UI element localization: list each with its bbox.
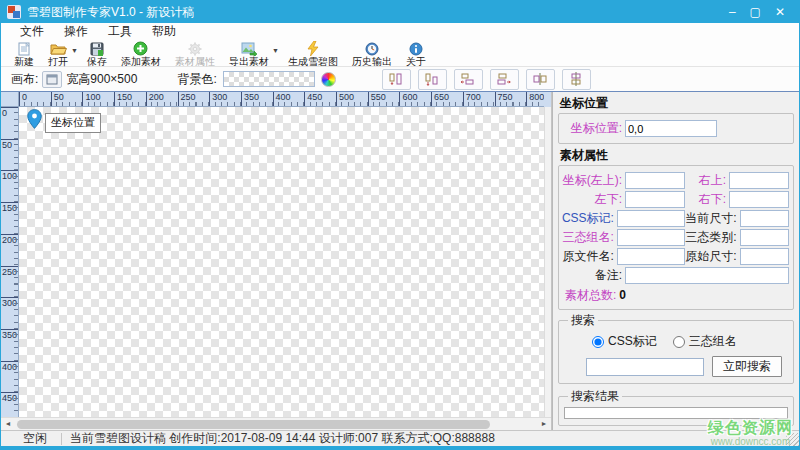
open-button[interactable]: 打开: [41, 41, 75, 67]
app-window: 雪碧图制作专家V1.0 - 新设计稿 – ▢ ✕ 文件 操作 工具 帮助 新建 …: [0, 0, 800, 450]
v-ruler-tick: 0: [1, 107, 19, 118]
save-button[interactable]: 保存: [80, 41, 114, 67]
h-ruler-tick: 0: [19, 92, 27, 107]
h-ruler-tick: 600: [399, 92, 417, 107]
generate-sprite-button[interactable]: 生成雪碧图: [281, 41, 345, 67]
align-left-button[interactable]: [454, 69, 483, 90]
history-output-button[interactable]: 历史输出: [345, 41, 399, 67]
h-ruler-tick: 100: [82, 92, 100, 107]
v-ruler-tick: 400: [1, 361, 19, 372]
info-icon: [409, 41, 423, 56]
history-output-button-label: 历史输出: [352, 56, 392, 67]
resize-grip[interactable]: [786, 433, 799, 446]
search-radio-tristate[interactable]: 三态组名: [673, 333, 737, 350]
v-distribute-button[interactable]: [562, 69, 591, 90]
orig-filename-input[interactable]: [617, 248, 685, 265]
origin-pin[interactable]: 坐标位置: [27, 109, 101, 133]
canvas-size-text: 宽高900×500: [66, 71, 137, 88]
canvas-vscrollbar[interactable]: [544, 107, 551, 417]
canvas-viewport[interactable]: 坐标位置: [19, 107, 544, 417]
orig-size-input[interactable]: [740, 248, 789, 265]
v-ruler: 050100150200250300350400450: [1, 107, 19, 417]
align-top-button[interactable]: [382, 69, 411, 90]
background-color-label: 背景色:: [177, 71, 216, 88]
canvas-size-button[interactable]: [42, 71, 62, 88]
ruler-end-spacer: [544, 92, 551, 107]
v-ruler-tick: 100: [1, 170, 19, 181]
canvas-area: 0501001502002503003504004505005506006507…: [1, 92, 552, 430]
position-input[interactable]: [625, 120, 717, 137]
h-ruler-tick: 450: [304, 92, 322, 107]
search-button[interactable]: 立即搜索: [712, 356, 782, 377]
search-input[interactable]: [586, 358, 704, 376]
h-ruler-tick: 200: [146, 92, 164, 107]
tristate-group-label: 三态组名:: [561, 229, 617, 246]
status-separator: [61, 433, 62, 445]
status-info: 当前雪碧图设计稿 创作时间:2017-08-09 14:44 设计师:007 联…: [70, 430, 495, 447]
close-button[interactable]: ✕: [775, 5, 785, 19]
export-material-button[interactable]: 导出素材: [222, 41, 276, 67]
background-color-swatch[interactable]: [223, 71, 315, 87]
canvas-hscrollbar[interactable]: ◄ ►: [1, 417, 551, 430]
align-right-button[interactable]: [490, 69, 519, 90]
color-picker-icon[interactable]: [321, 72, 336, 87]
h-ruler-tick: 650: [431, 92, 449, 107]
about-button[interactable]: 关于: [399, 41, 433, 67]
search-section-title: 搜索: [568, 312, 598, 329]
note-label: 备注:: [561, 267, 625, 284]
bottom-left-input[interactable]: [625, 191, 685, 208]
new-button-label: 新建: [14, 56, 34, 67]
add-material-button[interactable]: 添加素材: [114, 41, 168, 67]
gear-icon: [188, 41, 202, 56]
save-button-label: 保存: [87, 56, 107, 67]
orig-filename-label: 原文件名:: [561, 248, 617, 265]
h-ruler-tick: 550: [368, 92, 386, 107]
tristate-type-input[interactable]: [740, 229, 789, 246]
export-material-button-label: 导出素材: [229, 56, 269, 67]
new-button[interactable]: 新建: [7, 41, 41, 67]
h-ruler: 0501001502002503003504004505005506006507…: [19, 92, 544, 107]
export-dropdown-caret-icon[interactable]: ▼: [272, 47, 279, 54]
menu-tools[interactable]: 工具: [99, 23, 141, 40]
align-top-icon: [388, 72, 404, 86]
hscroll-thumb[interactable]: [17, 420, 490, 429]
tristate-group-input[interactable]: [617, 229, 685, 246]
menu-file[interactable]: 文件: [11, 23, 53, 40]
add-plus-icon: [133, 41, 148, 56]
note-input[interactable]: [625, 267, 789, 284]
css-tag-label: CSS标记:: [561, 210, 617, 227]
search-radio-tristate-input[interactable]: [673, 336, 685, 348]
open-dropdown-caret-icon[interactable]: ▼: [71, 47, 78, 54]
about-button-label: 关于: [406, 56, 426, 67]
search-results-list[interactable]: [564, 407, 788, 419]
menu-help[interactable]: 帮助: [143, 23, 185, 40]
scroll-right-icon[interactable]: ►: [537, 418, 551, 430]
menu-operate[interactable]: 操作: [55, 23, 97, 40]
minimize-button[interactable]: –: [729, 5, 736, 19]
bottom-right-input[interactable]: [729, 191, 789, 208]
top-left-input[interactable]: [625, 172, 685, 189]
search-radio-css-input[interactable]: [592, 336, 604, 348]
align-left-icon: [460, 72, 476, 86]
maximize-button[interactable]: ▢: [750, 5, 761, 19]
status-state: 空闲: [1, 430, 61, 447]
location-pin-icon: [27, 109, 42, 129]
css-tag-input[interactable]: [617, 210, 685, 227]
export-image-icon: [241, 41, 257, 56]
search-radio-css[interactable]: CSS标记: [592, 333, 657, 350]
align-tools-group: [382, 69, 591, 90]
v-ruler-tick: 300: [1, 297, 19, 308]
work-region: 0501001502002503003504004505005506006507…: [1, 91, 799, 430]
h-distribute-button[interactable]: [526, 69, 555, 90]
top-right-input[interactable]: [729, 172, 789, 189]
v-ruler-tick: 50: [1, 139, 19, 150]
h-ruler-tick: 300: [209, 92, 227, 107]
v-ruler-tick: 350: [1, 329, 19, 340]
h-ruler-tick: 750: [495, 92, 513, 107]
align-right-icon: [496, 72, 512, 86]
current-size-input[interactable]: [740, 210, 789, 227]
align-bottom-button[interactable]: [418, 69, 447, 90]
position-section: 坐标位置:: [558, 113, 794, 144]
origin-pin-label: 坐标位置: [45, 113, 101, 133]
scroll-left-icon[interactable]: ◄: [1, 418, 15, 430]
